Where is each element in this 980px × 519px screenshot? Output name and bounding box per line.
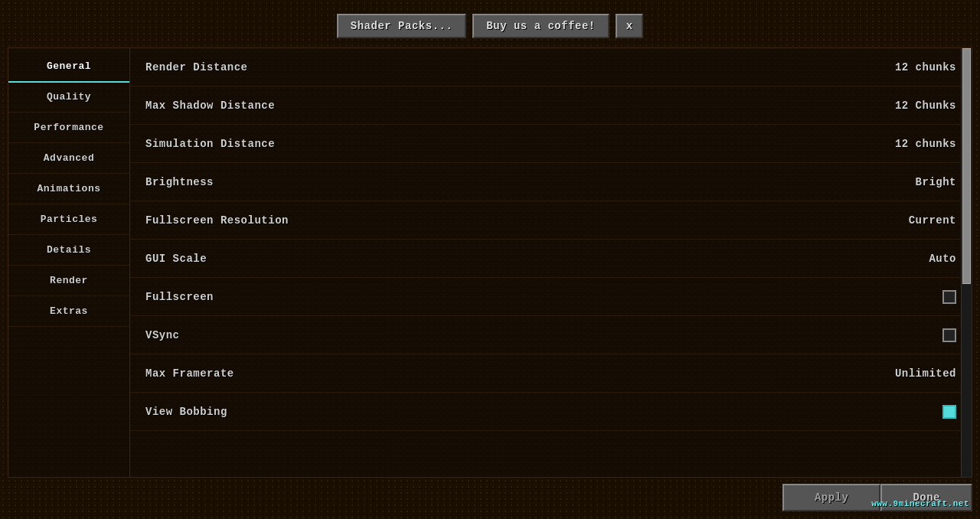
content-area: GeneralQualityPerformanceAdvancedAnimati…	[8, 47, 972, 478]
settings-list: Render Distance12 chunksMax Shadow Dista…	[130, 48, 972, 431]
settings-panel: Render Distance12 chunksMax Shadow Dista…	[130, 47, 972, 478]
setting-label-max-shadow-distance: Max Shadow Distance	[145, 100, 275, 112]
setting-label-vsync: VSync	[145, 329, 180, 341]
setting-value-simulation-distance: 12 chunks	[895, 138, 956, 150]
setting-row-brightness[interactable]: BrightnessBright	[130, 163, 972, 201]
sidebar-item-particles[interactable]: Particles	[8, 204, 129, 235]
main-container: Shader Packs... Buy us a coffee! x Gener…	[8, 8, 972, 511]
setting-label-max-framerate: Max Framerate	[145, 367, 234, 380]
setting-row-simulation-distance[interactable]: Simulation Distance12 chunks	[130, 125, 972, 163]
setting-row-render-distance[interactable]: Render Distance12 chunks	[130, 48, 972, 86]
setting-value-max-shadow-distance: 12 Chunks	[895, 100, 956, 112]
watermark: www.9minecraft.net	[871, 499, 969, 508]
scrollbar-track[interactable]	[961, 48, 972, 477]
sidebar-item-animations[interactable]: Animations	[8, 174, 129, 204]
sidebar-item-advanced[interactable]: Advanced	[8, 143, 129, 174]
top-bar: Shader Packs... Buy us a coffee! x	[8, 8, 972, 47]
setting-value-gui-scale: Auto	[929, 253, 956, 265]
setting-row-max-shadow-distance[interactable]: Max Shadow Distance12 Chunks	[130, 86, 972, 125]
setting-value-fullscreen-resolution: Current	[909, 214, 956, 227]
shader-packs-button[interactable]: Shader Packs...	[337, 14, 467, 38]
sidebar-item-quality[interactable]: Quality	[8, 82, 129, 113]
sidebar-item-extras[interactable]: Extras	[8, 296, 129, 327]
setting-checkbox-view-bobbing[interactable]	[942, 405, 956, 419]
buy-coffee-button[interactable]: Buy us a coffee!	[472, 14, 609, 38]
setting-label-render-distance: Render Distance	[145, 61, 248, 73]
setting-row-gui-scale[interactable]: GUI ScaleAuto	[130, 240, 972, 278]
setting-value-render-distance: 12 chunks	[895, 61, 956, 73]
setting-row-max-framerate[interactable]: Max FramerateUnlimited	[130, 354, 972, 393]
setting-checkbox-vsync[interactable]	[942, 328, 956, 342]
scrollbar-thumb[interactable]	[962, 48, 971, 284]
setting-row-vsync[interactable]: VSync	[130, 316, 972, 354]
setting-label-simulation-distance: Simulation Distance	[145, 138, 275, 150]
sidebar-item-render[interactable]: Render	[8, 266, 129, 296]
sidebar-item-details[interactable]: Details	[8, 235, 129, 266]
setting-label-gui-scale: GUI Scale	[145, 253, 207, 265]
setting-label-view-bobbing: View Bobbing	[145, 406, 227, 418]
setting-label-brightness: Brightness	[145, 176, 214, 188]
sidebar: GeneralQualityPerformanceAdvancedAnimati…	[8, 47, 130, 478]
sidebar-item-general[interactable]: General	[8, 51, 129, 83]
apply-button[interactable]: Apply	[782, 484, 881, 511]
setting-value-brightness: Bright	[916, 176, 956, 188]
setting-value-max-framerate: Unlimited	[895, 367, 956, 380]
sidebar-item-performance[interactable]: Performance	[8, 113, 129, 143]
close-button[interactable]: x	[616, 14, 643, 38]
setting-label-fullscreen: Fullscreen	[145, 291, 214, 303]
setting-row-fullscreen-resolution[interactable]: Fullscreen ResolutionCurrent	[130, 201, 972, 240]
setting-checkbox-fullscreen[interactable]	[942, 290, 956, 304]
bottom-bar: Apply Done	[8, 478, 972, 511]
setting-row-view-bobbing[interactable]: View Bobbing	[130, 393, 972, 431]
setting-row-fullscreen[interactable]: Fullscreen	[130, 278, 972, 316]
setting-label-fullscreen-resolution: Fullscreen Resolution	[145, 214, 289, 227]
settings-scroll-wrapper: Render Distance12 chunksMax Shadow Dista…	[130, 48, 972, 477]
